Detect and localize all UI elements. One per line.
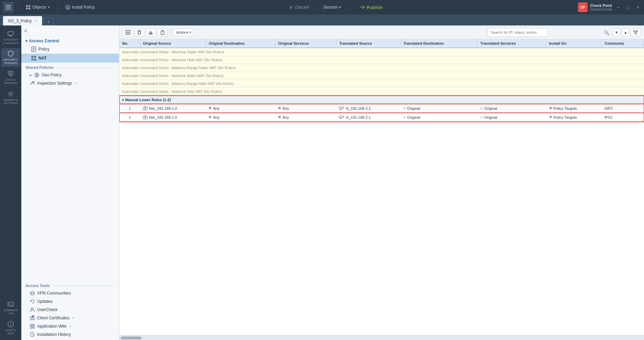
svg-rect-5 — [26, 8, 28, 9]
nav-item-appwiki[interactable]: Application Wiki ▪ — [21, 322, 119, 330]
sidebar-item-gateways[interactable]: GATEWAYS& SERVERS — [1, 28, 20, 47]
svg-point-38 — [145, 117, 146, 118]
access-control-section[interactable]: ▾ Access Control — [21, 36, 119, 45]
brand-sub: SmartConsole — [590, 8, 612, 11]
svg-point-21 — [31, 308, 33, 310]
sidebar-item-command[interactable]: COMMANDLINE — [1, 299, 20, 317]
svg-rect-25 — [33, 324, 34, 326]
tab-sg3-policy[interactable]: SG_3_Policy × — [3, 16, 42, 25]
inspection-badge: ▪ — [75, 82, 76, 85]
svg-rect-27 — [33, 327, 34, 328]
objects-menu-button[interactable]: Objects ▾ — [22, 3, 53, 11]
nav-item-usercheck[interactable]: UserCheck — [21, 306, 119, 314]
nav-item-appwiki-label: Application Wiki — [37, 324, 66, 329]
col-comments: Comments — [602, 39, 644, 48]
bottom-scrollbar[interactable] — [119, 335, 644, 340]
auto-rule-row: Automatic Generated Rules : Machine Hide… — [119, 56, 644, 64]
tab-close-icon[interactable]: × — [35, 19, 37, 23]
divider2 — [57, 2, 58, 12]
shared-policies-label: Shared Policies — [25, 65, 54, 70]
nav-item-certs[interactable]: Client Certificates ▪ — [21, 314, 119, 322]
install-policy-label: Install Policy — [72, 5, 95, 10]
nav-item-geo-policy[interactable]: ▶ Geo Policy — [21, 71, 119, 79]
session-label: Session — [323, 5, 338, 10]
sidebar-icons: GATEWAYS& SERVERS SECURITYPOLICIES LOGS … — [0, 25, 21, 340]
svg-rect-26 — [30, 327, 32, 328]
cell-comments: IPS1 — [602, 113, 644, 122]
divider — [18, 2, 18, 12]
sidebar-item-whatsnew[interactable]: WHAT'SNEW — [1, 319, 20, 337]
install-policy-button[interactable]: Install Policy — [62, 3, 98, 11]
topbar-right: CP Check Point SmartConsole − □ × — [578, 2, 641, 12]
actions-chevron-icon: ▾ — [190, 31, 191, 34]
delete-rule-button[interactable] — [135, 28, 144, 36]
svg-rect-40 — [340, 118, 341, 119]
cell-orig-svc: ✱ Any — [275, 104, 336, 113]
svg-rect-9 — [8, 71, 13, 75]
close-button[interactable]: × — [634, 4, 641, 10]
appwiki-badge: ▪ — [69, 325, 71, 328]
sidebar-item-whatsnew-label: WHAT'SNEW — [6, 329, 16, 335]
maximize-button[interactable]: □ — [624, 4, 631, 10]
search-input[interactable] — [487, 28, 548, 37]
col-trans-svc: Translated Services — [477, 39, 546, 48]
sidebar-item-security-label: SECURITYPOLICIES — [4, 58, 18, 65]
svg-rect-35 — [339, 107, 342, 109]
table-wrap: No. Original Source Original Destination… — [119, 39, 644, 335]
filter-button[interactable] — [631, 29, 641, 36]
search-wrap: 🔍 — [487, 28, 611, 37]
sidebar-item-logs-label: LOGS &MONITOR — [4, 78, 17, 85]
sidebar-item-logs[interactable]: LOGS &MONITOR — [1, 68, 20, 87]
nav-item-inspection[interactable]: Inspection Settings ▪ — [21, 79, 119, 87]
nav-item-policy[interactable]: Policy — [21, 45, 119, 54]
actions-dropdown-button[interactable]: Actions ▾ — [173, 29, 194, 36]
svg-rect-39 — [339, 116, 342, 118]
cell-orig-dst: ✱ Any — [206, 113, 275, 122]
svg-rect-6 — [29, 8, 30, 9]
svg-point-30 — [149, 33, 150, 34]
nav-item-geo-policy-label: Geo Policy — [42, 73, 62, 77]
app-menu-button[interactable] — [3, 2, 14, 13]
nav-item-history[interactable]: Installation History — [21, 330, 119, 339]
nav-item-nat[interactable]: NAT — [21, 54, 119, 63]
sidebar-item-gateways-label: GATEWAYS& SERVERS — [3, 38, 19, 45]
nav-down-button[interactable]: ▴ — [622, 28, 629, 36]
svg-rect-1 — [6, 7, 11, 8]
svg-rect-11 — [8, 302, 13, 306]
objects-label: Objects — [32, 5, 46, 10]
tab-add-button[interactable]: + — [44, 18, 53, 25]
svg-rect-17 — [34, 59, 36, 61]
brand: CP Check Point SmartConsole — [578, 2, 612, 12]
nav-item-certs-label: Client Certificates — [37, 316, 69, 320]
cell-install-on: ✱ Policy Targets — [546, 113, 602, 122]
access-tools-section: Access Tools VPN Communities Updates — [21, 277, 119, 340]
svg-rect-24 — [30, 324, 32, 326]
sidebar-item-manage[interactable]: MANAGE &SETTINGS — [1, 88, 20, 107]
scroll-thumb[interactable] — [121, 337, 141, 339]
nav-item-inspection-label: Inspection Settings — [37, 81, 72, 86]
cell-trans-src: H_192.168.3.1 — [336, 104, 400, 113]
svg-rect-22 — [30, 317, 34, 320]
topbar-center: Discard Session ▾ Publish — [101, 3, 575, 12]
nav-item-vpn[interactable]: VPN Communities — [21, 289, 119, 297]
nav-item-usercheck-label: UserCheck — [37, 307, 57, 312]
table-row[interactable]: 2 Net_192.168.1.0 ✱ Any ✱ Any — [119, 113, 644, 122]
svg-rect-4 — [29, 5, 30, 7]
cell-orig-src: Net_192.168.1.0 — [140, 113, 206, 122]
auto-rule-row: Automatic Generated Rules : Machine Stat… — [119, 48, 644, 56]
discard-label: Discard — [295, 5, 309, 10]
paste-button[interactable] — [157, 28, 168, 36]
col-trans-src: Translated Source — [336, 39, 400, 48]
svg-point-31 — [151, 33, 152, 34]
cut-button[interactable] — [146, 28, 156, 36]
nav-item-updates[interactable]: Updates — [21, 297, 119, 306]
session-button[interactable]: Session ▾ — [321, 3, 344, 11]
add-rule-button[interactable] — [123, 28, 133, 36]
nav-up-button[interactable]: ▾ — [613, 28, 620, 36]
minimize-button[interactable]: − — [615, 4, 622, 10]
publish-button[interactable]: Publish — [355, 3, 387, 12]
nav-collapse-button[interactable]: « — [21, 25, 119, 36]
table-row[interactable]: 1 Net_192.168.1.0 ✱ Any ✱ Any — [119, 104, 644, 113]
sidebar-item-security[interactable]: SECURITYPOLICIES — [1, 48, 20, 67]
svg-rect-3 — [26, 5, 28, 7]
